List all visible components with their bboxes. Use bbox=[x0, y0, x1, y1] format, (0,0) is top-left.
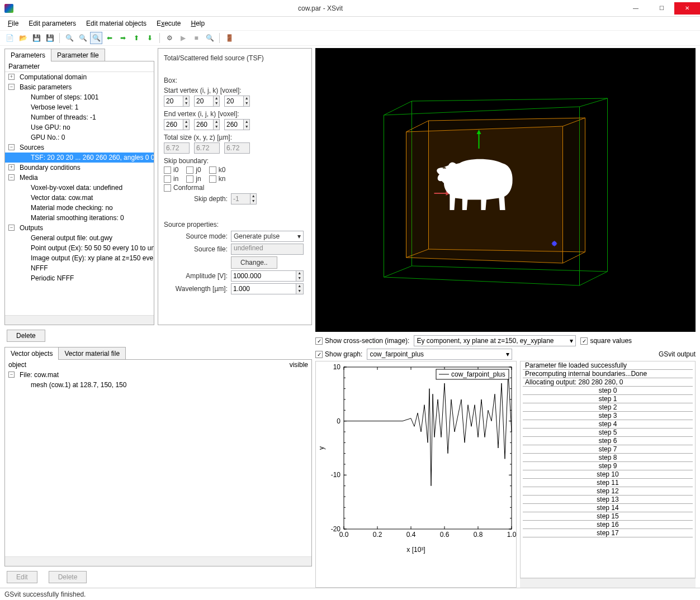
settings-icon[interactable]: ⚙ bbox=[163, 32, 176, 44]
open-icon[interactable]: 📂 bbox=[17, 32, 29, 44]
wavelength-input[interactable]: ▲▼ bbox=[231, 283, 304, 294]
output-hscroll[interactable] bbox=[520, 578, 696, 588]
tree-use-gpu[interactable]: Use GPU: no bbox=[5, 122, 154, 132]
tree-basic-params[interactable]: −Basic parameters bbox=[5, 82, 154, 92]
source-file-label: Source file: bbox=[164, 245, 231, 253]
tab-parameter-file[interactable]: Parameter file bbox=[51, 49, 105, 61]
tree-header: Parameter bbox=[5, 61, 154, 72]
obj-mesh[interactable]: mesh (cow.1) at 128.7, 150, 150 bbox=[5, 380, 311, 390]
obj-file[interactable]: −File: cow.mat bbox=[5, 370, 311, 380]
source-mode-select[interactable]: Generate pulse▾ bbox=[231, 231, 304, 242]
tree-computational-domain[interactable]: +Computational domain bbox=[5, 72, 154, 82]
tree-num-threads[interactable]: Number of threads: -1 bbox=[5, 112, 154, 122]
svg-text:0.0: 0.0 bbox=[339, 531, 349, 539]
chk-j0[interactable]: j0 bbox=[186, 166, 201, 174]
start-j-input[interactable]: ▲▼ bbox=[194, 96, 220, 107]
svg-text:0: 0 bbox=[337, 417, 340, 425]
tree-gen-out[interactable]: General output file: out.gwy bbox=[5, 233, 154, 243]
parameter-tree[interactable]: +Computational domain −Basic parameters … bbox=[5, 72, 154, 315]
col-visible: visible bbox=[290, 361, 308, 369]
output-line: Precomputing internal boundaries...Done bbox=[523, 370, 693, 378]
svg-text:0.4: 0.4 bbox=[406, 531, 416, 539]
tree-tsf-item[interactable]: TSF: 20 20 20 ... 260 260 260, angles 0 … bbox=[5, 153, 154, 163]
close-button[interactable]: ✕ bbox=[674, 2, 700, 15]
nav-right-icon[interactable]: ➡ bbox=[117, 32, 129, 44]
new-icon[interactable]: 📄 bbox=[3, 32, 16, 44]
chart-xlabel: x [10³] bbox=[316, 546, 516, 555]
chk-show-graph[interactable]: ✓Show graph: bbox=[315, 350, 362, 358]
save-as-icon[interactable]: 💾 bbox=[44, 32, 56, 44]
output-line: step 3 bbox=[523, 412, 693, 420]
tree-outputs[interactable]: −Outputs bbox=[5, 223, 154, 233]
graph-select[interactable]: cow_farpoint_plus▾ bbox=[367, 349, 512, 360]
chk-square-values[interactable]: ✓square values bbox=[580, 337, 632, 345]
3d-viewport[interactable] bbox=[315, 48, 696, 332]
tree-verbose[interactable]: Verbose level: 1 bbox=[5, 102, 154, 112]
tab-vector-objects[interactable]: Vector objects bbox=[4, 347, 59, 360]
zoom-in-icon[interactable]: 🔍 bbox=[63, 32, 75, 44]
end-k-input[interactable]: ▲▼ bbox=[224, 119, 250, 130]
tree-media[interactable]: −Media bbox=[5, 173, 154, 183]
obj-hscroll[interactable] bbox=[5, 556, 311, 566]
zoom-fit-icon[interactable]: 🔍 bbox=[90, 32, 102, 44]
exit-icon[interactable]: 🚪 bbox=[223, 32, 235, 44]
minimize-button[interactable]: — bbox=[623, 2, 649, 15]
output-line: Allocating output: 280 280 280, 0 bbox=[523, 378, 693, 387]
tree-hscroll[interactable] bbox=[5, 315, 154, 325]
amplitude-label: Amplitude [V]: bbox=[164, 272, 231, 280]
maximize-button[interactable]: ☐ bbox=[649, 2, 674, 15]
nav-left-icon[interactable]: ⬅ bbox=[103, 32, 116, 44]
tree-pnfff[interactable]: Periodic NFFF bbox=[5, 273, 154, 283]
play-icon[interactable]: ▶ bbox=[177, 32, 189, 44]
end-j-input[interactable]: ▲▼ bbox=[194, 119, 220, 130]
chk-conformal[interactable]: Conformal bbox=[164, 184, 204, 192]
amplitude-input[interactable]: ▲▼ bbox=[231, 270, 304, 282]
chk-k0[interactable]: k0 bbox=[209, 166, 226, 174]
cross-section-select[interactable]: Ey component, xy plane at z=150, ey_xypl… bbox=[414, 335, 576, 346]
tree-vector-data[interactable]: Vector data: cow.mat bbox=[5, 193, 154, 203]
size-z bbox=[224, 142, 250, 154]
menu-execute[interactable]: Execute bbox=[152, 18, 185, 28]
tree-num-steps[interactable]: Number of steps: 1001 bbox=[5, 92, 154, 102]
size-y bbox=[194, 142, 220, 154]
save-icon[interactable]: 💾 bbox=[30, 32, 42, 44]
obj-delete-button[interactable]: Delete bbox=[49, 571, 87, 583]
stop-icon[interactable]: ■ bbox=[190, 32, 202, 44]
tree-voxel-data[interactable]: Voxel-by-voxel data: undefined bbox=[5, 183, 154, 193]
wavelength-label: Wavelength [µm]: bbox=[164, 285, 231, 293]
chk-kn[interactable]: kn bbox=[209, 175, 226, 183]
menu-help[interactable]: Help bbox=[186, 18, 209, 28]
inspect-icon[interactable]: 🔍 bbox=[204, 32, 216, 44]
change-button[interactable]: Change.. bbox=[231, 256, 277, 269]
tree-gpu-no[interactable]: GPU No.: 0 bbox=[5, 132, 154, 142]
delete-button[interactable]: Delete bbox=[7, 330, 45, 342]
start-k-input[interactable]: ▲▼ bbox=[224, 96, 250, 107]
obj-edit-button[interactable]: Edit bbox=[7, 571, 37, 583]
zoom-out-icon[interactable]: 🔍 bbox=[77, 32, 89, 44]
chk-cross-section[interactable]: ✓Show cross-section (image): bbox=[315, 337, 409, 345]
end-i-input[interactable]: ▲▼ bbox=[164, 119, 190, 130]
tab-parameters[interactable]: Parameters bbox=[4, 49, 51, 61]
tree-mat-smooth[interactable]: Material smoothing iterations: 0 bbox=[5, 213, 154, 223]
tree-nfff[interactable]: NFFF bbox=[5, 263, 154, 273]
start-i-input[interactable]: ▲▼ bbox=[164, 96, 190, 107]
col-object: object bbox=[8, 361, 26, 369]
nav-down-icon[interactable]: ⬇ bbox=[144, 32, 156, 44]
output-line: step 9 bbox=[523, 462, 693, 470]
svg-text:-10: -10 bbox=[331, 471, 341, 479]
tree-sources[interactable]: −Sources bbox=[5, 142, 154, 153]
tree-mat-check[interactable]: Material mode checking: no bbox=[5, 203, 154, 213]
nav-up-icon[interactable]: ⬆ bbox=[130, 32, 143, 44]
menu-file[interactable]: File bbox=[3, 18, 23, 28]
menu-edit-parameters[interactable]: Edit parameters bbox=[24, 18, 81, 28]
tree-point-out[interactable]: Point output (Ex): 50 50 50 every 10 to … bbox=[5, 243, 154, 253]
chk-jn[interactable]: jn bbox=[186, 175, 201, 183]
tab-vector-material-file[interactable]: Vector material file bbox=[58, 347, 126, 360]
tree-boundary[interactable]: +Boundary conditions bbox=[5, 163, 154, 173]
output-log[interactable]: Parameter file loaded successfullyPrecom… bbox=[520, 361, 696, 578]
tree-image-out[interactable]: Image output (Ey): xy plane at z=150 eve… bbox=[5, 253, 154, 263]
chk-in[interactable]: in bbox=[164, 175, 178, 183]
chk-i0[interactable]: i0 bbox=[164, 166, 178, 174]
menu-edit-material-objects[interactable]: Edit material objects bbox=[82, 18, 151, 28]
output-line: step 17 bbox=[523, 529, 693, 537]
